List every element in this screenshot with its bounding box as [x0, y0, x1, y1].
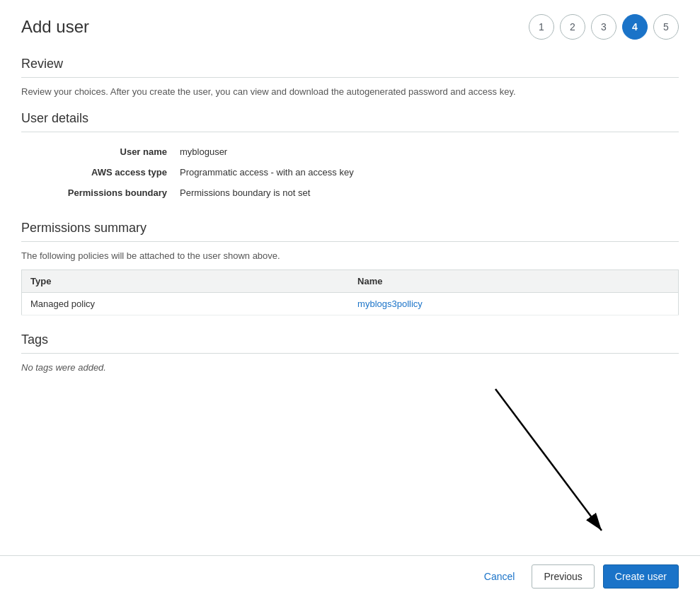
permissions-boundary-label: Permissions boundary	[23, 183, 178, 202]
policy-type: Managed policy	[22, 293, 350, 315]
permissions-table: Type Name Managed policy myblogs3pollicy	[21, 269, 679, 315]
permissions-boundary-value: Permissions boundary is not set	[180, 183, 677, 202]
name-column-header: Name	[349, 270, 678, 293]
user-details-section: User details User name mybloguser AWS ac…	[21, 111, 679, 204]
footer: Cancel Previous Create user	[0, 555, 700, 597]
policy-row: Managed policy myblogs3pollicy	[22, 293, 679, 315]
step-indicator: 1 2 3 4 5	[529, 14, 679, 40]
no-tags-message: No tags were added.	[21, 362, 679, 373]
svg-line-1	[495, 389, 602, 531]
user-name-row: User name mybloguser	[23, 142, 677, 161]
type-column-header: Type	[22, 270, 350, 293]
permissions-desc: The following policies will be attached …	[21, 250, 679, 261]
permissions-summary-section: Permissions summary The following polici…	[21, 221, 679, 315]
aws-access-type-value: Programmatic access - with an access key	[180, 163, 677, 182]
review-divider	[21, 77, 679, 78]
aws-access-type-row: AWS access type Programmatic access - wi…	[23, 163, 677, 182]
create-user-button[interactable]: Create user	[603, 564, 679, 589]
page-container: Add user 1 2 3 4 5 Review Review your ch…	[0, 0, 700, 597]
policy-link[interactable]: myblogs3pollicy	[357, 298, 423, 309]
tags-section: Tags No tags were added.	[21, 332, 679, 373]
step-4-active: 4	[622, 14, 648, 40]
page-title: Add user	[21, 17, 89, 37]
permissions-table-header: Type Name	[22, 270, 679, 293]
aws-access-type-label: AWS access type	[23, 163, 178, 182]
review-description: Review your choices. After you create th…	[21, 86, 679, 97]
user-details-title: User details	[21, 111, 679, 126]
arrow-annotation	[481, 375, 623, 547]
user-details-table: User name mybloguser AWS access type Pro…	[21, 141, 679, 204]
permissions-summary-title: Permissions summary	[21, 221, 679, 236]
policy-name: myblogs3pollicy	[349, 293, 678, 315]
user-name-value: mybloguser	[180, 142, 677, 161]
permissions-summary-divider	[21, 241, 679, 242]
user-details-divider	[21, 132, 679, 132]
previous-button[interactable]: Previous	[532, 564, 594, 589]
step-1: 1	[529, 14, 554, 40]
tags-section-title: Tags	[21, 332, 679, 347]
tags-divider	[21, 353, 679, 354]
user-name-label: User name	[23, 142, 178, 161]
review-section: Review Review your choices. After you cr…	[21, 57, 679, 97]
permissions-boundary-row: Permissions boundary Permissions boundar…	[23, 183, 677, 202]
step-2: 2	[560, 14, 585, 40]
review-section-title: Review	[21, 57, 679, 71]
step-5: 5	[653, 14, 679, 40]
step-3: 3	[591, 14, 616, 40]
cancel-button[interactable]: Cancel	[476, 565, 524, 588]
header-row: Add user 1 2 3 4 5	[21, 14, 679, 40]
